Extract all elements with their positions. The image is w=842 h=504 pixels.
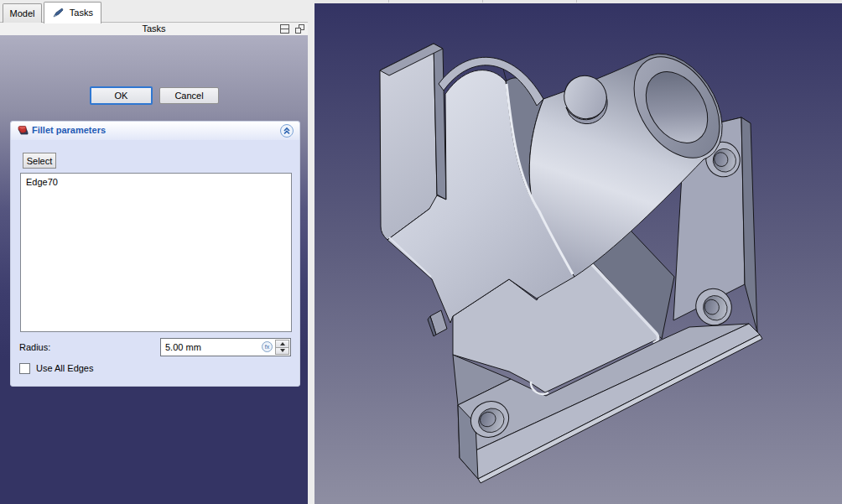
fillet-parameters-box: Fillet parameters Select Edge70 Radius: … — [10, 121, 300, 387]
tab-model-label: Model — [10, 8, 35, 18]
use-all-edges-row: Use All Edges — [19, 362, 93, 374]
left-dock-panel: Model Tasks Tasks OK Cancel — [0, 0, 308, 504]
dock-titlebar: Tasks — [0, 23, 308, 35]
task-panel-body: OK Cancel Fillet parameters — [0, 35, 308, 504]
pen-icon — [52, 5, 64, 25]
freecad-window: Model Tasks Tasks OK Cancel — [0, 0, 842, 504]
radius-field: fx — [160, 338, 291, 356]
panel-tabbar: Model Tasks — [0, 0, 308, 23]
select-button[interactable]: Select — [23, 153, 56, 169]
radius-spinner — [275, 340, 289, 355]
spin-up-icon[interactable] — [275, 340, 289, 348]
expression-icon[interactable]: fx — [262, 341, 273, 352]
fillet-header[interactable]: Fillet parameters — [11, 122, 299, 140]
radius-input[interactable] — [161, 339, 257, 356]
list-item[interactable]: Edge70 — [21, 176, 291, 188]
fillet-title: Fillet parameters — [32, 125, 106, 135]
toolbar-bottom-strip — [314, 0, 842, 3]
panel-splitter[interactable] — [308, 0, 314, 504]
use-all-edges-checkbox[interactable] — [19, 363, 30, 374]
tab-tasks[interactable]: Tasks — [44, 2, 101, 23]
ok-button[interactable]: OK — [90, 86, 153, 105]
use-all-edges-label: Use All Edges — [36, 363, 93, 373]
spin-down-icon[interactable] — [275, 348, 289, 356]
collapse-icon[interactable] — [280, 124, 294, 138]
fillet-icon — [17, 125, 29, 138]
dock-float-icon[interactable] — [295, 24, 304, 34]
tab-model[interactable]: Model — [3, 3, 42, 23]
cancel-button[interactable]: Cancel — [159, 87, 219, 104]
edge-listbox[interactable]: Edge70 — [20, 173, 292, 332]
radius-label: Radius: — [19, 342, 50, 352]
dock-split-icon[interactable] — [280, 24, 289, 34]
tab-tasks-label: Tasks — [70, 8, 93, 18]
dock-title-label: Tasks — [142, 23, 165, 34]
3d-viewport[interactable] — [311, 0, 842, 504]
